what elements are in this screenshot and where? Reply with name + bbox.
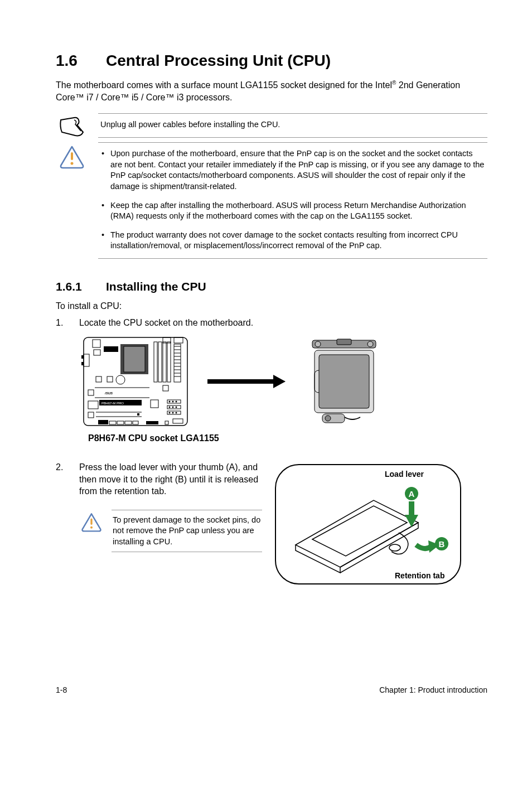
svg-rect-39 — [88, 401, 98, 409]
svg-rect-7 — [81, 362, 84, 365]
svg-rect-32 — [88, 390, 94, 395]
svg-rect-62 — [146, 421, 158, 424]
svg-text:Load lever: Load lever — [385, 470, 424, 479]
intro-text-a: The motherboard comes with a surface mou… — [56, 80, 392, 90]
svg-rect-64 — [165, 421, 168, 424]
warning-bullet-2: Keep the cap after installing the mother… — [100, 200, 485, 222]
subsection-heading: 1.6.1Installing the CPU — [56, 279, 487, 294]
page-footer: 1-8 Chapter 1: Product introduction — [56, 682, 487, 695]
warning-triangle-icon-small — [79, 510, 104, 532]
svg-rect-9 — [94, 350, 100, 355]
svg-rect-58 — [109, 421, 116, 424]
step-1-number: 1. — [56, 317, 79, 329]
svg-text:/SUS: /SUS — [104, 392, 113, 395]
svg-point-46 — [169, 407, 171, 408]
svg-rect-5 — [84, 354, 89, 366]
step-1-text: Locate the CPU socket on the motherboard… — [79, 317, 253, 329]
svg-rect-70 — [337, 339, 351, 345]
svg-point-52 — [176, 412, 177, 414]
svg-point-50 — [169, 412, 171, 414]
warning-content: Upon purchase of the motherboard, ensure… — [98, 142, 487, 259]
note-unplug-text: Unplug all power cables before installin… — [98, 113, 487, 138]
svg-rect-60 — [125, 421, 132, 424]
svg-point-47 — [172, 407, 174, 408]
svg-point-44 — [176, 401, 177, 403]
svg-rect-6 — [81, 355, 84, 359]
page-number: 1-8 — [56, 685, 67, 695]
hand-note-icon — [56, 113, 88, 138]
step-2-text: Press the load lever with your thumb (A)… — [79, 461, 262, 497]
socket-closeup — [302, 337, 386, 426]
svg-text:A: A — [409, 489, 415, 499]
motherboard-schematic: /SUS P8H67-M PRO — [79, 334, 191, 429]
svg-rect-14 — [154, 342, 157, 382]
svg-rect-61 — [133, 421, 138, 424]
arrow-icon — [207, 375, 286, 388]
note-unplug: Unplug all power cables before installin… — [56, 113, 487, 138]
warning-bullet-1: Upon purchase of the motherboard, ensure… — [100, 148, 485, 192]
svg-rect-65 — [207, 379, 273, 384]
step-1: 1. Locate the CPU socket on the motherbo… — [56, 317, 487, 329]
svg-point-43 — [172, 401, 174, 403]
load-lever-figure: Load lever A — [273, 461, 487, 592]
svg-rect-0 — [71, 152, 73, 160]
svg-rect-57 — [98, 420, 108, 424]
warning-bullet-3: The product warranty does not cover dama… — [100, 230, 485, 252]
subsection-number: 1.6.1 — [56, 279, 106, 294]
svg-rect-75 — [90, 518, 92, 524]
svg-rect-8 — [93, 340, 100, 347]
svg-rect-4 — [174, 337, 183, 343]
svg-text:Retention tab: Retention tab — [395, 571, 444, 580]
inner-warning-text: To prevent damage to the socket pins, do… — [112, 510, 262, 553]
section-heading: 1.6Central Processing Unit (CPU) — [56, 50, 487, 71]
svg-point-1 — [71, 162, 74, 165]
svg-rect-29 — [96, 376, 101, 382]
svg-rect-10 — [104, 346, 118, 352]
svg-rect-59 — [117, 421, 124, 424]
svg-point-42 — [169, 401, 171, 403]
svg-point-74 — [325, 416, 331, 421]
inner-warning: To prevent damage to the socket pins, do… — [79, 510, 262, 553]
svg-point-31 — [116, 375, 125, 384]
svg-rect-17 — [167, 342, 171, 382]
step-2: 2. Press the load lever with your thumb … — [56, 461, 262, 497]
svg-rect-63 — [173, 419, 183, 423]
svg-rect-72 — [319, 355, 369, 408]
svg-rect-40 — [151, 400, 158, 408]
svg-marker-66 — [273, 375, 286, 388]
diagram-caption: P8H67-M CPU socket LGA1155 — [88, 432, 487, 445]
step-2-number: 2. — [56, 461, 79, 474]
svg-point-68 — [315, 341, 321, 347]
svg-rect-16 — [163, 342, 166, 382]
diagram-row: /SUS P8H67-M PRO — [79, 334, 487, 429]
svg-point-79 — [389, 544, 400, 551]
svg-rect-30 — [107, 376, 113, 382]
svg-marker-82 — [405, 515, 418, 527]
svg-point-48 — [176, 407, 177, 408]
svg-rect-77 — [275, 465, 461, 584]
svg-point-76 — [90, 526, 93, 528]
warning-block: Upon purchase of the motherboard, ensure… — [56, 142, 487, 259]
svg-rect-12 — [124, 346, 145, 372]
section-title: Central Processing Unit (CPU) — [106, 52, 331, 69]
svg-point-51 — [172, 412, 174, 414]
svg-text:P8H67-M PRO: P8H67-M PRO — [101, 402, 124, 405]
section-number: 1.6 — [56, 50, 106, 71]
subsection-title: Installing the CPU — [106, 280, 206, 293]
intro-paragraph: The motherboard comes with a surface mou… — [56, 79, 487, 104]
svg-text:B: B — [439, 539, 445, 549]
svg-rect-36 — [163, 385, 168, 391]
warning-triangle-icon — [56, 142, 88, 169]
svg-rect-15 — [158, 342, 162, 382]
svg-rect-53 — [88, 412, 94, 418]
chapter-label: Chapter 1: Product introduction — [379, 685, 487, 695]
subsection-intro: To install a CPU: — [56, 300, 487, 312]
step-2-row: 2. Press the load lever with your thumb … — [56, 461, 487, 592]
svg-point-69 — [367, 341, 373, 347]
svg-rect-56 — [137, 413, 139, 416]
